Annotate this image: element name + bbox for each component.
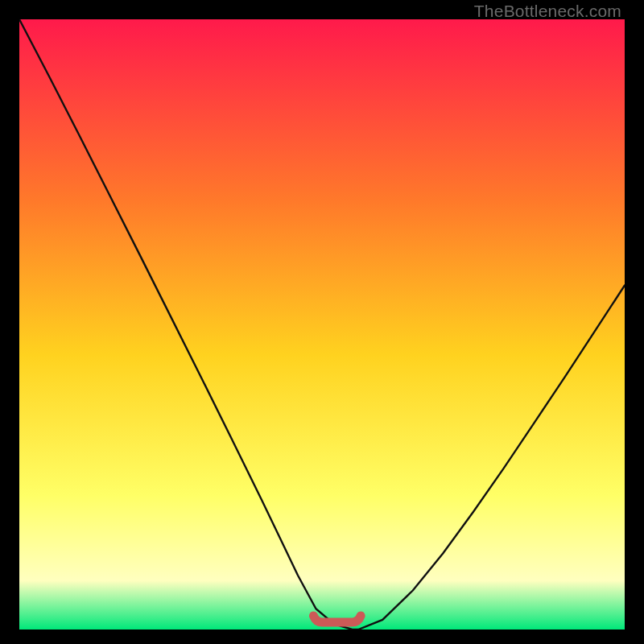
chart-canvas	[19, 19, 625, 630]
gradient-background	[19, 19, 625, 630]
chart-frame	[19, 19, 625, 630]
watermark-text: TheBottleneck.com	[474, 2, 621, 21]
